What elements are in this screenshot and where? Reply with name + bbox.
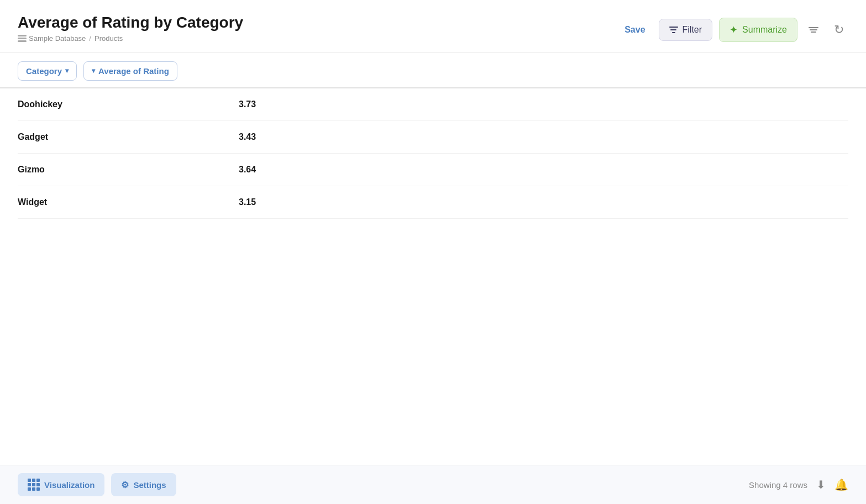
chevron-down-icon: ▾ [65, 67, 69, 75]
grid-icon [28, 479, 40, 491]
table-row: Widget 3.15 [18, 186, 848, 219]
sort-button[interactable] [804, 23, 823, 37]
page-title: Average of Rating by Category [18, 13, 243, 32]
cell-rating: 3.43 [239, 132, 256, 142]
visualization-label: Visualization [44, 480, 95, 490]
table-row: Doohickey 3.73 [18, 88, 848, 121]
filter-icon [669, 27, 678, 33]
visualization-button[interactable]: Visualization [18, 473, 104, 496]
table-row: Gadget 3.43 [18, 121, 848, 154]
database-breadcrumb: Sample Database [18, 34, 86, 43]
settings-label: Settings [133, 480, 166, 490]
header: Average of Rating by Category Sample Dat… [0, 0, 866, 53]
category-column-label: Category [26, 66, 62, 76]
breadcrumb-separator: / [89, 34, 91, 43]
sort-down-icon: ▾ [92, 67, 95, 75]
settings-button[interactable]: ⚙ Settings [111, 473, 176, 496]
refresh-icon: ↻ [834, 23, 844, 36]
header-left: Average of Rating by Category Sample Dat… [18, 13, 243, 43]
footer-left: Visualization ⚙ Settings [18, 473, 176, 496]
cell-rating: 3.64 [239, 165, 256, 175]
header-actions: Save Filter ✦ Summarize ↻ [618, 18, 848, 42]
cell-category: Doohickey [18, 99, 239, 109]
cell-category: Gadget [18, 132, 239, 142]
save-button[interactable]: Save [618, 20, 652, 39]
column-headers: Category ▾ ▾ Average of Rating [0, 53, 866, 88]
breadcrumb-database: Sample Database [29, 34, 86, 43]
filter-button[interactable]: Filter [659, 19, 713, 41]
summarize-button[interactable]: ✦ Summarize [719, 18, 797, 42]
showing-rows-text: Showing 4 rows [749, 480, 807, 490]
breadcrumb: Sample Database / Products [18, 34, 243, 43]
download-icon[interactable]: ⬇ [816, 478, 826, 491]
cell-rating: 3.73 [239, 99, 256, 109]
bell-icon[interactable]: 🔔 [834, 478, 848, 491]
cell-rating: 3.15 [239, 197, 256, 207]
summarize-label: Summarize [742, 25, 787, 35]
data-table: Doohickey 3.73 Gadget 3.43 Gizmo 3.64 Wi… [0, 88, 866, 465]
sparkle-icon: ✦ [729, 24, 738, 36]
footer-right: Showing 4 rows ⬇ 🔔 [749, 478, 848, 491]
sort-icon [809, 27, 818, 33]
category-column-button[interactable]: Category ▾ [18, 61, 77, 81]
cell-category: Gizmo [18, 165, 239, 175]
footer: Visualization ⚙ Settings Showing 4 rows … [0, 465, 866, 504]
database-icon [18, 34, 27, 43]
cell-category: Widget [18, 197, 239, 207]
table-row: Gizmo 3.64 [18, 154, 848, 186]
gear-icon: ⚙ [121, 480, 129, 490]
breadcrumb-table: Products [95, 34, 123, 43]
refresh-button[interactable]: ↻ [830, 18, 848, 41]
avg-rating-column-label: Average of Rating [98, 66, 169, 76]
filter-label: Filter [683, 25, 702, 35]
avg-rating-column-button[interactable]: ▾ Average of Rating [83, 61, 177, 81]
